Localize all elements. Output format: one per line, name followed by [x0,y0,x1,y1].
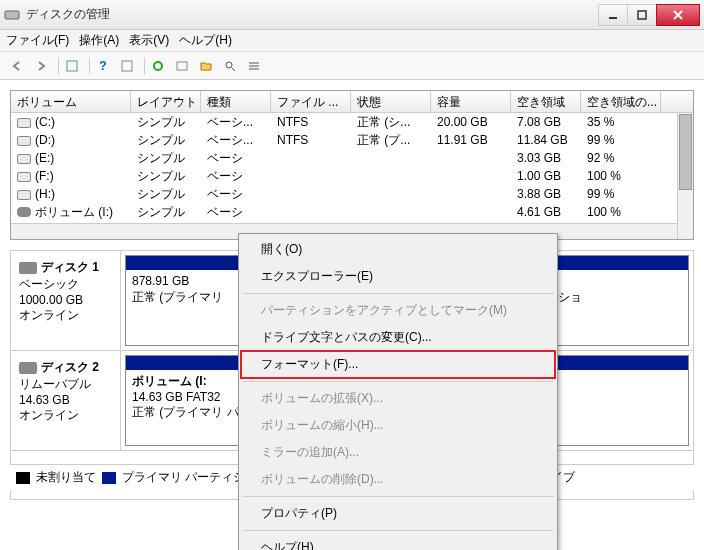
menu-file[interactable]: ファイル(F) [6,32,69,49]
table-cell: NTFS [271,132,351,148]
volume-icon [17,118,31,128]
table-cell: シンプル [131,167,201,186]
toolbar-separator [140,57,145,75]
disk-icon [19,362,37,374]
table-cell: ボリューム (I:) [11,203,131,222]
column-header[interactable]: ボリューム [11,91,131,112]
table-cell: ベーシ [201,185,271,204]
view-icon[interactable] [61,55,83,77]
table-cell: 99 % [581,186,661,202]
table-cell [271,193,351,195]
table-cell: 20.00 GB [431,114,511,130]
list-icon[interactable] [243,55,265,77]
table-cell: NTFS [271,114,351,130]
table-cell: 正常 (シ... [351,113,431,132]
table-cell: 11.84 GB [511,132,581,148]
table-cell: 正常 (プ... [351,131,431,150]
title-bar: ディスクの管理 [0,0,704,30]
table-row[interactable]: (F:)シンプルベーシ1.00 GB100 % [11,167,693,185]
disk-state: オンライン [19,407,112,424]
table-cell: ベーシ... [201,131,271,150]
context-item[interactable]: ヘルプ(H) [241,534,555,550]
context-item[interactable]: ドライブ文字とパスの変更(C)... [241,324,555,351]
column-header[interactable]: 状態 [351,91,431,112]
table-row[interactable]: (C:)シンプルベーシ...NTFS正常 (シ...20.00 GB7.08 G… [11,113,693,131]
column-header[interactable]: レイアウト [131,91,201,112]
column-header[interactable]: 空き領域 [511,91,581,112]
table-cell [271,211,351,213]
table-row[interactable]: (H:)シンプルベーシ3.88 GB99 % [11,185,693,203]
table-cell: ベーシ [201,203,271,222]
column-header[interactable]: 容量 [431,91,511,112]
menu-bar: ファイル(F) 操作(A) 表示(V) ヘルプ(H) [0,30,704,52]
maximize-button[interactable] [627,4,657,26]
table-cell: シンプル [131,149,201,168]
table-cell: (H:) [11,186,131,202]
disk-size: 14.63 GB [19,393,112,407]
table-row[interactable]: ボリューム (I:)シンプルベーシ4.61 GB100 % [11,203,693,221]
table-cell: 99 % [581,132,661,148]
table-cell [351,193,431,195]
settings-icon[interactable] [171,55,193,77]
menu-action[interactable]: 操作(A) [79,32,119,49]
table-cell: シンプル [131,113,201,132]
zoom-icon[interactable] [219,55,241,77]
vertical-scrollbar[interactable] [677,113,693,239]
toolbar: ? [0,52,704,80]
svg-rect-0 [5,11,19,19]
table-cell: ベーシ [201,149,271,168]
menu-help[interactable]: ヘルプ(H) [179,32,232,49]
table-cell: 100 % [581,204,661,220]
close-button[interactable] [656,4,700,26]
minimize-button[interactable] [598,4,628,26]
table-row[interactable]: (E:)シンプルベーシ3.03 GB92 % [11,149,693,167]
column-header[interactable]: ファイル ... [271,91,351,112]
disk-header[interactable]: ディスク 1ベーシック1000.00 GBオンライン [11,251,121,350]
legend-swatch [16,472,30,484]
column-header[interactable]: 空き領域の... [581,91,661,112]
svg-rect-5 [67,61,77,71]
context-item[interactable]: エクスプローラー(E) [241,263,555,290]
context-item[interactable]: フォーマット(F)... [241,351,555,378]
context-item[interactable]: 開く(O) [241,236,555,263]
table-cell: 7.08 GB [511,114,581,130]
disk-state: オンライン [19,307,112,324]
toolbar-separator [85,57,90,75]
partition-name: ボリューム (I: [132,374,207,388]
column-header[interactable]: 種類 [201,91,271,112]
disk-title: ディスク 1 [41,259,99,276]
refresh-icon[interactable] [147,55,169,77]
disk-header[interactable]: ディスク 2リムーバブル14.63 GBオンライン [11,351,121,450]
table-cell: 92 % [581,150,661,166]
svg-rect-8 [177,62,187,70]
svg-point-9 [226,62,232,68]
context-item[interactable]: プロパティ(P) [241,500,555,527]
context-item: ボリュームの削除(D)... [241,466,555,493]
table-cell: ベーシ... [201,113,271,132]
help-icon[interactable]: ? [92,55,114,77]
table-row[interactable]: (D:)シンプルベーシ...NTFS正常 (プ...11.91 GB11.84 … [11,131,693,149]
forward-button[interactable] [30,55,52,77]
table-cell: (C:) [11,114,131,130]
disk-type: リムーバブル [19,376,112,393]
volume-icon [17,154,31,164]
table-cell [351,211,431,213]
table-cell [271,175,351,177]
table-cell [431,175,511,177]
table-cell: シンプル [131,185,201,204]
menu-view[interactable]: 表示(V) [129,32,169,49]
legend-swatch [102,472,116,484]
svg-rect-2 [638,11,646,19]
volume-icon [17,136,31,146]
window-title: ディスクの管理 [26,6,599,23]
back-button[interactable] [6,55,28,77]
properties-icon[interactable] [116,55,138,77]
app-icon [4,7,20,23]
table-cell [351,157,431,159]
volume-icon [17,172,31,182]
table-cell: 3.88 GB [511,186,581,202]
table-cell: 4.61 GB [511,204,581,220]
context-item: ミラーの追加(A)... [241,439,555,466]
volume-icon [17,207,31,217]
folder-icon[interactable] [195,55,217,77]
